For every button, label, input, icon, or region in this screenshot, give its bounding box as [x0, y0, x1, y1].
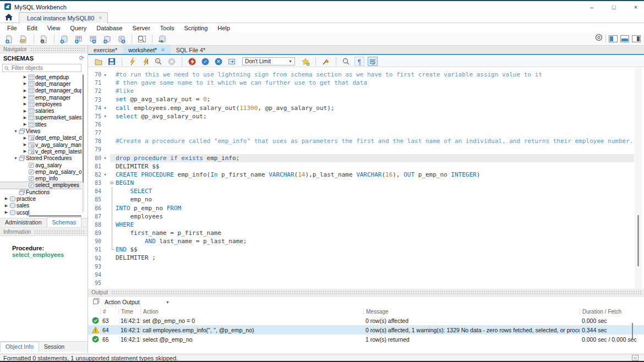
minimize-button[interactable]: –	[588, 4, 596, 10]
refresh-schemas-icon[interactable]: ⟳	[79, 54, 84, 62]
sidebar-tab-session[interactable]: Session	[39, 342, 69, 352]
toggle-output-area-button[interactable]	[620, 35, 629, 42]
menu-scripting[interactable]: Scripting	[179, 24, 213, 32]
explain-button[interactable]	[154, 57, 163, 66]
code-line-94[interactable]: 94	[88, 271, 634, 279]
code-line-80[interactable]: 80 ● drop procedure if exists emp_info;	[88, 154, 634, 162]
grid-view-status-icon[interactable]	[632, 355, 638, 361]
code-line-79[interactable]: 79	[88, 145, 634, 153]
connection-tab[interactable]: Local instance MySQL80 ×	[19, 12, 108, 23]
tree-vertical-scrollbar[interactable]	[82, 74, 84, 212]
chevron-right-icon[interactable]: ▶	[22, 142, 28, 147]
code-line-72[interactable]: 72 #like	[88, 87, 634, 95]
create-view-button[interactable]	[87, 34, 99, 45]
code-line-87[interactable]: 87 employees	[88, 212, 634, 221]
restore-button[interactable]: □	[610, 4, 618, 10]
tree-item-emp_manager[interactable]: ▶ emp_manager	[0, 94, 81, 101]
close-tab-icon[interactable]: ✕	[161, 47, 165, 53]
tree-item-sales[interactable]: ▶ sales	[0, 202, 81, 209]
save-button[interactable]	[107, 57, 117, 66]
tree-item-dept_manager_dup[interactable]: ▶ dept_manager_dup	[0, 87, 81, 94]
create-schema-button[interactable]	[58, 34, 70, 45]
new-snippet-button[interactable]	[301, 57, 310, 66]
chevron-right-icon[interactable]: ▶	[3, 204, 9, 208]
tree-item-practice[interactable]: ▶ practice	[0, 195, 81, 202]
output-row-63[interactable]: 63 16:42:19 set @p_emp_no = 0 0 row(s) a…	[88, 316, 644, 325]
toggle-sidebar-button[interactable]	[609, 35, 618, 42]
chevron-right-icon[interactable]: ▶	[22, 109, 28, 113]
create-procedure-button[interactable]	[101, 34, 113, 45]
sql-code-editor[interactable]: 70 ● #to run this we need to use lightni…	[88, 68, 634, 289]
open-file-button[interactable]	[94, 57, 103, 66]
chevron-down-icon[interactable]: ▼	[13, 129, 19, 133]
tree-item-avg_salary[interactable]: avg_salary	[0, 162, 81, 168]
execute-current-button[interactable]	[140, 57, 150, 66]
code-line-86[interactable]: 86 INTO p_emp_no FROM	[88, 204, 634, 212]
tree-item-salaries[interactable]: ▶ salaries	[0, 107, 81, 114]
menu-database[interactable]: Database	[91, 24, 127, 32]
tree-item-v_dept_emp_latest_[interactable]: ▶ v_dept_emp_latest_	[0, 148, 81, 155]
sidebar-tab-schemas[interactable]: Schemas	[47, 217, 82, 227]
code-line-88[interactable]: 88 WHERE	[88, 221, 634, 229]
home-icon[interactable]	[4, 13, 15, 22]
toggle-secondary-sidebar-button[interactable]	[632, 35, 641, 42]
tree-item-supermarket_sales[interactable]: ▶ supermarket_sales	[0, 114, 81, 121]
code-line-78[interactable]: 78 #Create a procedure called "emp_info"…	[88, 137, 634, 145]
code-line-85[interactable]: 85 emp_no	[88, 195, 634, 204]
code-line-91[interactable]: 91 END $$	[88, 245, 634, 254]
search-objects-button[interactable]	[136, 34, 148, 45]
toggle-stop-on-error-button[interactable]	[187, 57, 197, 66]
autocommit-button[interactable]	[227, 57, 237, 66]
code-line-71[interactable]: 71 # then gave same name to it which we …	[88, 79, 634, 87]
create-function-button[interactable]: f	[116, 34, 128, 45]
find-button[interactable]	[341, 57, 351, 66]
code-line-89[interactable]: 89 first_name = p_first_name	[88, 229, 634, 237]
wrap-text-button[interactable]	[368, 57, 378, 66]
tree-item-dept_emp_latest_da[interactable]: ▶ dept_emp_latest_da	[0, 135, 81, 141]
close-button[interactable]: ×	[632, 4, 640, 10]
menu-query[interactable]: Query	[65, 24, 91, 32]
code-line-75[interactable]: 75 ● select @p_avg_salary_out;	[88, 112, 634, 120]
tree-item-emp_info[interactable]: emp_info	[0, 175, 81, 182]
code-line-82[interactable]: 82 ● CREATE PROCEDURE emp_info(In p_firs…	[88, 171, 634, 179]
tree-item-views[interactable]: ▼ Views	[0, 128, 81, 134]
code-line-77[interactable]: 77	[88, 129, 634, 137]
output-row-65[interactable]: 65 16:42:19 select @p_emp_no 1 row(s) re…	[88, 334, 644, 344]
code-line-90[interactable]: 90 AND last_name = p_last_name;	[88, 237, 634, 245]
sidebar-tab-administration[interactable]: Administration	[0, 218, 47, 227]
chevron-right-icon[interactable]: ▶	[22, 75, 28, 79]
tree-item-emp_avg_salary_out[interactable]: emp_avg_salary_out	[0, 168, 81, 175]
close-connection-icon[interactable]: ×	[99, 15, 102, 21]
schema-filter-input[interactable]	[12, 65, 72, 71]
chevron-right-icon[interactable]: ▶	[22, 116, 28, 120]
editor-vertical-scrollbar[interactable]	[635, 68, 642, 289]
invisible-characters-button[interactable]: ¶	[354, 57, 364, 66]
open-sql-script-button[interactable]	[18, 34, 30, 45]
output-view-selector[interactable]: Action Output ▼	[104, 298, 170, 306]
menu-file[interactable]: File	[2, 24, 22, 32]
stop-button[interactable]	[167, 57, 177, 66]
inspector-button[interactable]	[38, 34, 50, 45]
chevron-right-icon[interactable]: ▶	[22, 136, 28, 140]
tree-item-dept_manager[interactable]: ▶ dept_manager	[0, 80, 81, 87]
beautify-button[interactable]	[321, 57, 331, 66]
sidebar-tab-object-info[interactable]: Object Info	[0, 342, 39, 352]
create-table-button[interactable]	[73, 34, 85, 45]
code-line-83[interactable]: 83 ⊖ BEGIN	[88, 179, 634, 187]
tree-item-titles[interactable]: ▶ titles	[0, 121, 81, 128]
editor-tab-exercise-[interactable]: exercise*	[88, 45, 123, 54]
limit-rows-dropdown[interactable]: Don't Limit▼	[242, 57, 295, 65]
code-line-70[interactable]: 70 ● #to run this we need to use lightni…	[88, 70, 634, 79]
chevron-right-icon[interactable]: ▶	[22, 149, 28, 153]
code-line-95[interactable]: 95	[88, 279, 634, 287]
schema-filter[interactable]	[2, 64, 81, 72]
menu-help[interactable]: Help	[212, 24, 235, 32]
code-line-81[interactable]: 81 DELIMITER $$	[88, 162, 634, 171]
menu-tools[interactable]: Tools	[155, 24, 179, 32]
chevron-right-icon[interactable]: ▶	[22, 95, 28, 100]
chevron-right-icon[interactable]: ▶	[22, 102, 28, 106]
code-line-73[interactable]: 73 set @p_avg_salary_out = 0;	[88, 95, 634, 103]
chevron-right-icon[interactable]: ▶	[3, 196, 9, 201]
menu-edit[interactable]: Edit	[22, 24, 42, 32]
editor-tab-sql-file-4-[interactable]: SQL File 4*	[171, 45, 211, 54]
